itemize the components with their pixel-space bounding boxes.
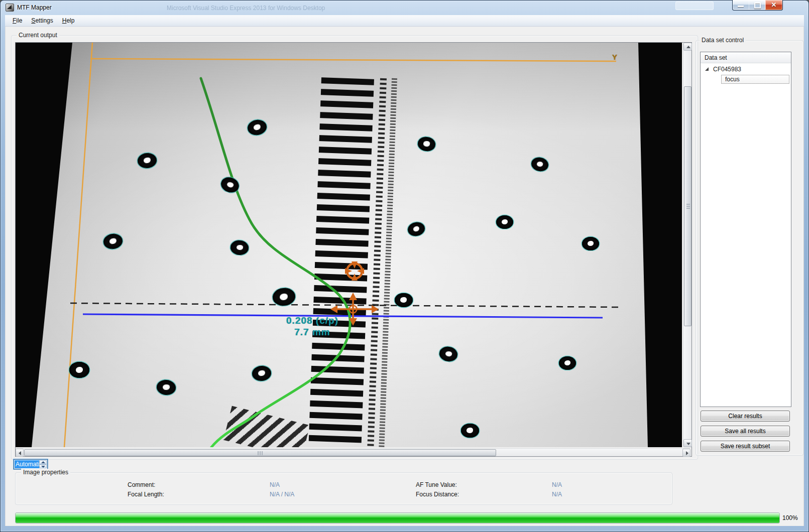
progress-bar	[15, 512, 780, 523]
fiducial-dot	[559, 356, 576, 370]
arrow-down-icon	[686, 443, 690, 445]
focal-length-label: Focal Length:	[128, 491, 164, 498]
minimize-button[interactable]	[732, 0, 750, 11]
image-properties-groupbox: Comment: N/A Focal Length: N/A / N/A AF …	[15, 472, 672, 505]
spin-down-button[interactable]	[39, 464, 47, 468]
arrow-up-icon	[686, 46, 690, 48]
app-icon	[6, 4, 14, 12]
scroll-right-button[interactable]	[682, 449, 690, 457]
background-window-ghost-tab	[675, 2, 714, 10]
tree-expander-icon[interactable]	[705, 67, 709, 71]
horizontal-scrollbar-thumb[interactable]	[24, 449, 496, 456]
clear-results-button[interactable]: Clear results	[701, 411, 790, 422]
fiducial-dot	[395, 293, 413, 308]
image-viewer[interactable]: Y 0.208 (c/p) 7.7 mm	[15, 42, 692, 457]
image-properties-label: Image properties	[21, 469, 70, 476]
focus-curve-green	[201, 78, 350, 447]
current-output-label: Current output	[17, 32, 59, 39]
window-title: MTF Mapper	[17, 4, 52, 11]
af-tune-value-label: AF Tune Value:	[416, 481, 457, 488]
menu-settings[interactable]: Settings	[27, 15, 57, 26]
menu-file[interactable]: File	[8, 15, 27, 26]
fiducial-dot	[69, 362, 89, 378]
fiducial-dot	[582, 237, 599, 250]
scrollbar-grip	[686, 204, 690, 209]
menubar: File Settings Help	[5, 15, 804, 27]
focal-length-value: N/A / N/A	[270, 491, 294, 498]
restore-button[interactable]	[749, 0, 766, 11]
scrollbar-grip	[258, 451, 263, 455]
scroll-left-button[interactable]	[16, 449, 24, 457]
scroll-down-button[interactable]	[683, 439, 692, 447]
tree-item-focus[interactable]: focus	[721, 75, 789, 84]
photo[interactable]: Y 0.208 (c/p) 7.7 mm	[16, 43, 682, 447]
dataset-tree[interactable]: Data set CF045983 focus	[700, 52, 791, 407]
comment-label: Comment:	[128, 481, 155, 488]
ring-marker[interactable]	[345, 261, 364, 281]
dataset-control-label: Data set control	[700, 37, 746, 44]
axis-y-label: Y	[612, 53, 617, 61]
tree-root-label: CF045983	[713, 66, 741, 73]
chart-bound-horizontal	[92, 59, 616, 61]
vertical-scrollbar[interactable]	[683, 43, 691, 447]
mtf-value-label: 0.208 (c/p)	[286, 315, 338, 326]
mtf-mapper-window: MTF Mapper Microsoft Visual Studio Expre…	[0, 0, 809, 532]
spin-up-button[interactable]	[39, 460, 47, 464]
client-area: File Settings Help Current output	[5, 15, 804, 526]
focus-distance-value: N/A	[552, 491, 562, 498]
focus-distance-label: Focus Distance:	[416, 491, 459, 498]
save-all-results-button[interactable]: Save all results	[701, 426, 790, 437]
arrow-down-icon	[41, 466, 45, 468]
menu-help[interactable]: Help	[58, 15, 79, 26]
close-button[interactable]: ✕	[765, 0, 783, 11]
progress-percent-label: 100%	[782, 514, 798, 521]
fiducial-dot	[461, 424, 479, 438]
comment-value: N/A	[270, 481, 280, 488]
tree-child-label: focus	[725, 76, 740, 83]
restore-icon	[754, 3, 761, 9]
dataset-tree-header: Data set	[701, 52, 791, 63]
af-tune-value-value: N/A	[552, 481, 562, 488]
horizontal-scrollbar[interactable]	[16, 448, 690, 456]
arrow-right-icon	[686, 451, 688, 455]
save-result-subset-button[interactable]: Save result subset	[701, 441, 790, 452]
minimize-icon	[738, 6, 744, 7]
zoom-mode-spinbox[interactable]: Automatic	[14, 459, 48, 469]
titlebar[interactable]: MTF Mapper Microsoft Visual Studio Expre…	[0, 0, 809, 15]
distance-label: 7.7 mm	[294, 327, 330, 338]
close-icon: ✕	[765, 1, 782, 9]
background-window-ghost-text: Microsoft Visual Studio Express 2013 for…	[167, 5, 325, 12]
arrow-left-icon	[19, 451, 21, 455]
arrow-up-icon	[41, 461, 45, 463]
vertical-scrollbar-thumb[interactable]	[684, 86, 691, 326]
scroll-up-button[interactable]	[683, 43, 692, 51]
progress-fill	[16, 513, 779, 523]
chart-bound-vertical	[64, 43, 92, 447]
profile-line-blue	[83, 314, 603, 318]
tree-item-root[interactable]: CF045983	[701, 65, 791, 74]
fiducial-dot	[496, 215, 513, 229]
